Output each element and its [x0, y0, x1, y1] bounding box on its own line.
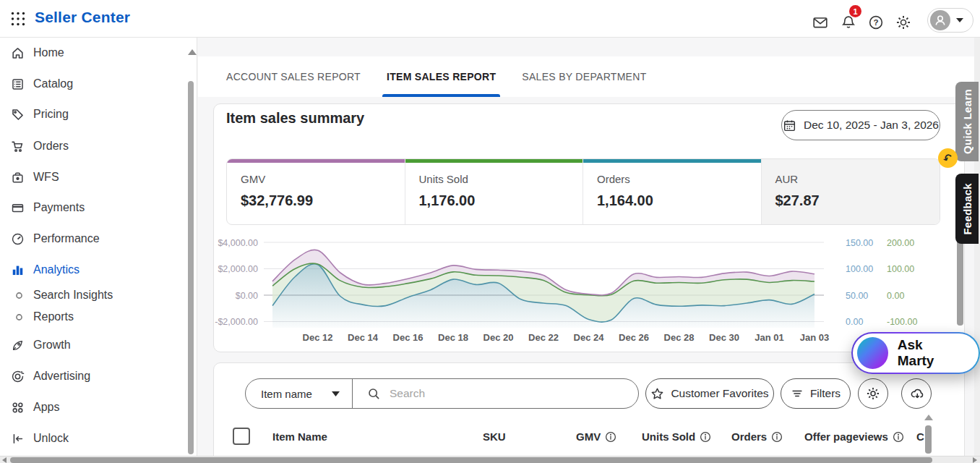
- mail-icon[interactable]: [811, 13, 830, 32]
- sidebar-item-unlock[interactable]: Unlock: [0, 423, 181, 454]
- svg-text:Dec 14: Dec 14: [348, 332, 379, 343]
- cart-icon: [10, 139, 25, 153]
- horizontal-scrollbar-thumb[interactable]: [10, 457, 932, 463]
- sidebar-item-orders[interactable]: Orders: [0, 131, 181, 161]
- sidebar-item-label: Orders: [33, 140, 69, 153]
- tab-sales-by-department[interactable]: SALES BY DEPARTMENT: [522, 56, 646, 97]
- column-label: SKU: [483, 430, 506, 443]
- svg-text:0.00: 0.00: [887, 291, 904, 301]
- sidebar-nav: HomeCatalogPricingOrdersWFSPaymentsPerfo…: [0, 38, 197, 456]
- quick-learn-badge-icon[interactable]: ↶: [938, 148, 958, 168]
- info-icon[interactable]: [605, 431, 616, 443]
- app-grid-icon[interactable]: [10, 11, 26, 27]
- svg-text:?: ?: [873, 18, 878, 27]
- avatar: [930, 10, 950, 30]
- help-icon[interactable]: ?: [867, 13, 885, 32]
- sidebar-item-growth[interactable]: Growth: [0, 330, 181, 360]
- sidebar-item-label: Payments: [33, 201, 85, 214]
- info-icon[interactable]: [771, 431, 783, 443]
- sidebar-item-label: Pricing: [33, 108, 69, 121]
- column-header-sku[interactable]: SKU: [483, 417, 506, 456]
- column-header-units-sold[interactable]: Units Sold: [642, 417, 711, 456]
- sidebar-item-performance[interactable]: Performance: [0, 224, 181, 254]
- metric-value: $32,776.99: [241, 192, 313, 209]
- metric-label: Orders: [597, 173, 630, 185]
- sidebar-item-reports[interactable]: Reports: [0, 302, 181, 332]
- column-header-orders[interactable]: Orders: [731, 417, 783, 456]
- sidebar-item-advertising[interactable]: Advertising: [0, 361, 181, 391]
- sidebar-item-label: Home: [33, 46, 64, 59]
- credit-card-icon: [10, 200, 25, 215]
- info-icon[interactable]: [893, 431, 904, 443]
- sidebar-item-catalog[interactable]: Catalog: [0, 69, 181, 99]
- sales-trend-chart[interactable]: $4,000.00$2,000.00$0.00-$2,000.00150.001…: [213, 226, 965, 354]
- app-title[interactable]: Seller Center: [35, 9, 130, 26]
- ask-marty-button[interactable]: Ask Marty: [851, 332, 980, 374]
- search-field-value: Item name: [261, 388, 312, 400]
- svg-text:$0.00: $0.00: [236, 291, 258, 301]
- tab-label: ITEM SALES REPORT: [387, 71, 496, 82]
- column-header-gmv[interactable]: GMV: [576, 417, 616, 456]
- search-field-selector[interactable]: Item name: [246, 379, 353, 408]
- date-range-picker[interactable]: Dec 10, 2025 - Jan 3, 2026: [781, 110, 940, 140]
- search-input[interactable]: [390, 387, 638, 400]
- bullet-icon: [12, 310, 26, 324]
- sidebar-scroll-up-arrow[interactable]: [188, 49, 197, 55]
- table-settings-button[interactable]: [858, 378, 888, 409]
- feedback-tab[interactable]: Feedback: [955, 174, 979, 244]
- search-zone: [353, 387, 638, 401]
- tab-account-sales-report[interactable]: ACCOUNT SALES REPORT: [226, 56, 361, 97]
- select-all-checkbox[interactable]: [233, 428, 250, 445]
- app-root: Seller Center 1 ?: [0, 0, 980, 463]
- chevron-down-icon: [331, 391, 340, 397]
- settings-gear-icon[interactable]: [894, 13, 913, 32]
- sidebar-item-apps[interactable]: Apps: [0, 392, 181, 422]
- quick-learn-tab[interactable]: Quick Learn: [955, 82, 979, 161]
- svg-text:Dec 20: Dec 20: [483, 332, 514, 343]
- column-header-c[interactable]: C: [916, 417, 924, 456]
- sidebar-item-home[interactable]: Home: [0, 38, 181, 68]
- sidebar-item-wfs[interactable]: WFS: [0, 162, 181, 192]
- filters-button[interactable]: Filters: [781, 378, 851, 409]
- metric-card-units-sold[interactable]: Units Sold1,176.00: [405, 159, 584, 224]
- bar-chart-icon: [10, 263, 25, 277]
- sidebar-scrollbar-thumb[interactable]: [188, 81, 194, 454]
- feedback-label: Feedback: [961, 183, 973, 235]
- table-scroll-up-arrow[interactable]: [924, 415, 933, 420]
- account-menu[interactable]: [927, 8, 973, 33]
- column-label: Units Sold: [642, 430, 695, 443]
- report-tab-bar: ACCOUNT SALES REPORTITEM SALES REPORTSAL…: [198, 56, 980, 97]
- tab-item-sales-report[interactable]: ITEM SALES REPORT: [387, 56, 496, 97]
- column-header-offer-pageviews[interactable]: Offer pageviews: [804, 417, 904, 456]
- metric-card-aur[interactable]: AUR$27.87: [762, 159, 940, 224]
- table-header-row: Item NameSKUGMVUnits SoldOrdersOffer pag…: [214, 417, 964, 456]
- sidebar-item-label: Reports: [33, 310, 74, 323]
- svg-text:100.00: 100.00: [846, 264, 873, 274]
- scroll-right-arrow[interactable]: [973, 457, 977, 463]
- notification-count-badge[interactable]: 1: [849, 5, 861, 17]
- column-header-item-name[interactable]: Item Name: [272, 417, 327, 456]
- svg-text:Dec 28: Dec 28: [664, 332, 695, 343]
- ask-marty-label: Ask Marty: [898, 337, 961, 369]
- metric-strip: GMV$32,776.99Units Sold1,176.00Orders1,1…: [226, 158, 940, 225]
- horizontal-scrollbar[interactable]: [0, 456, 980, 463]
- customer-favorites-button[interactable]: Customer Favorites: [645, 378, 774, 409]
- metric-card-gmv[interactable]: GMV$32,776.99: [227, 159, 405, 224]
- sidebar-item-label: Search Insights: [33, 289, 113, 302]
- metric-card-orders[interactable]: Orders1,164.00: [583, 159, 762, 224]
- scroll-left-arrow[interactable]: [2, 457, 7, 463]
- download-report-button[interactable]: [901, 378, 932, 409]
- top-header: Seller Center 1 ?: [0, 0, 980, 38]
- sidebar-item-pricing[interactable]: Pricing: [0, 99, 181, 129]
- table-scrollbar-thumb[interactable]: [925, 425, 932, 454]
- svg-text:Dec 12: Dec 12: [303, 332, 333, 343]
- sidebar-item-payments[interactable]: Payments: [0, 192, 181, 223]
- sidebar-item-label: Performance: [33, 232, 100, 245]
- svg-text:50.00: 50.00: [846, 291, 868, 301]
- catalog-icon: [10, 77, 25, 91]
- info-icon[interactable]: [700, 431, 711, 443]
- summary-title: Item sales summary: [226, 110, 364, 127]
- metric-value: 1,176.00: [419, 192, 476, 209]
- metric-label: AUR: [775, 173, 799, 185]
- content-scrollbar-thumb[interactable]: [957, 233, 963, 326]
